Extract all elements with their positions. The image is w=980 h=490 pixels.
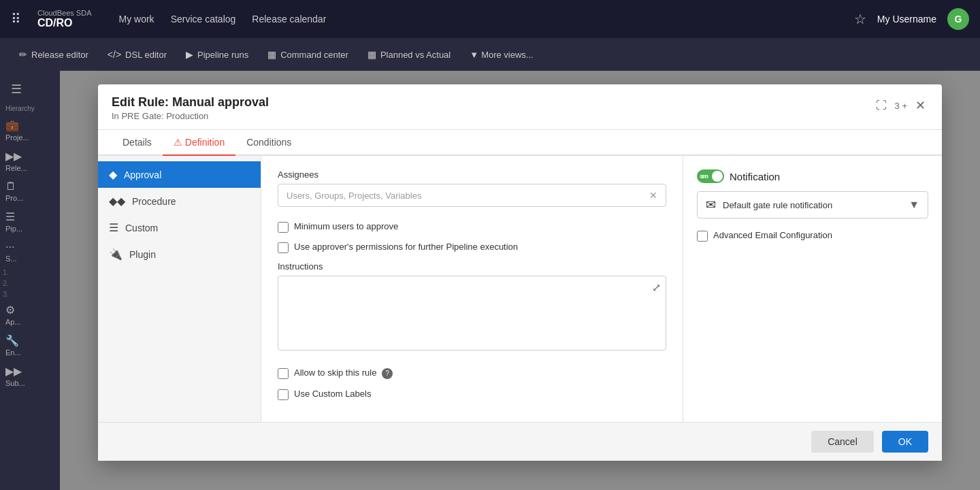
secondary-navigation: ✏ Release editor </> DSL editor ▶ Pipeli… — [0, 38, 980, 71]
step-1[interactable]: 1. — [0, 267, 60, 278]
sidebar-toggle[interactable]: ☰ — [0, 76, 60, 102]
form-area: Assignees ✕ Minimum users to approve — [261, 156, 683, 422]
ok-button[interactable]: OK — [882, 431, 928, 453]
nav-links: My work Service catalog Release calendar — [119, 14, 327, 24]
modal-sidebar: ◆ Approval ◆◆ Procedure ☰ Custom 🔌 — [98, 156, 261, 422]
notification-dropdown[interactable]: ✉ Default gate rule notification ▼ — [697, 191, 928, 218]
planned-actual-icon: ▦ — [368, 49, 376, 60]
email-icon: ✉ — [706, 197, 716, 212]
tab-conditions[interactable]: Conditions — [235, 130, 302, 156]
avatar[interactable]: G — [947, 8, 969, 30]
custom-labels-checkbox[interactable] — [278, 389, 289, 400]
dropdown-arrow-icon[interactable]: ▼ — [909, 199, 919, 211]
assignees-clear-icon[interactable]: ✕ — [649, 190, 657, 201]
instructions-label: Instructions — [278, 261, 666, 272]
modal-title: Edit Rule: Manual approval — [112, 95, 269, 110]
procedure-icon: ◆◆ — [109, 195, 125, 208]
tab-definition[interactable]: ⚠Definition — [163, 130, 235, 156]
right-panel: on Notification ✉ Default gate rule noti… — [683, 156, 942, 422]
assignees-input[interactable] — [287, 191, 649, 201]
project-icon: 💼 — [5, 119, 54, 132]
sidebar-item-project[interactable]: 💼 Proje... — [0, 115, 60, 146]
content-area: Edit Rule: Manual approval In PRE Gate: … — [60, 71, 980, 490]
advanced-email-group: Advanced Email Configuration — [697, 229, 928, 242]
assignees-group: Assignees ✕ — [278, 169, 666, 207]
modal-main-content: Assignees ✕ Minimum users to approve — [261, 156, 942, 422]
nav-command-center[interactable]: ▦ Command center — [259, 45, 357, 64]
nav-my-work[interactable]: My work — [119, 14, 154, 24]
sidebar-item-pipeline[interactable]: ☰ Pip... — [0, 206, 60, 237]
use-approver-group: Use approver's permissions for further P… — [278, 241, 666, 253]
modal-body: ◆ Approval ◆◆ Procedure ☰ Custom 🔌 — [98, 156, 942, 422]
tab-details[interactable]: Details — [112, 130, 163, 156]
advanced-email-checkbox[interactable] — [697, 231, 708, 242]
modal-expand-button[interactable]: ⛶ — [873, 97, 889, 114]
assignees-label: Assignees — [278, 169, 666, 180]
pipeline-runs-icon: ▶ — [186, 49, 193, 60]
notification-toggle[interactable] — [697, 169, 724, 183]
sidebar-item-stage[interactable]: ··· S... — [0, 237, 60, 267]
nav-release-calendar[interactable]: Release calendar — [252, 14, 326, 24]
toggle-knob — [712, 171, 723, 182]
approval-icon: ◆ — [109, 168, 117, 181]
modal-overlay: Edit Rule: Manual approval In PRE Gate: … — [60, 71, 980, 490]
sidebar-item-release[interactable]: ▶▶ Rele... — [0, 146, 60, 176]
assignees-input-wrapper[interactable]: ✕ — [278, 184, 666, 207]
min-users-label: Minimum users to approve — [294, 220, 398, 233]
badge-count: 3 + — [895, 101, 907, 111]
skip-rule-checkbox[interactable] — [278, 368, 289, 379]
sidebar-approval[interactable]: ◆ Approval — [98, 161, 261, 188]
step-2[interactable]: 2. — [0, 278, 60, 289]
modal-close-button[interactable]: ✕ — [913, 95, 928, 116]
top-navigation: ⠿ CloudBees SDA CD/RO My work Service ca… — [0, 0, 980, 38]
brand: CloudBees SDA CD/RO — [37, 9, 92, 29]
hierarchy-label: Hierarchy — [0, 102, 60, 115]
star-icon[interactable]: ☆ — [854, 11, 866, 27]
instructions-wrapper: ⤢ — [278, 276, 666, 353]
step-3[interactable]: 3. — [0, 289, 60, 299]
stage-icon: ··· — [5, 241, 54, 253]
sidebar-item-sub[interactable]: ▶▶ Sub... — [0, 361, 60, 391]
main-layout: ☰ Hierarchy 💼 Proje... ▶▶ Rele... 🗒 Pro.… — [0, 71, 980, 490]
sidebar-item-env[interactable]: 🔧 En... — [0, 330, 60, 361]
custom-icon: ☰ — [109, 221, 118, 234]
use-approver-label: Use approver's permissions for further P… — [294, 241, 518, 253]
custom-labels-label: Use Custom Labels — [294, 388, 371, 400]
top-right-area: ☆ My Username G — [854, 8, 969, 30]
sidebar-item-process[interactable]: 🗒 Pro... — [0, 176, 60, 206]
modal-footer: Cancel OK — [98, 422, 942, 461]
sidebar-plugin[interactable]: 🔌 Plugin — [98, 241, 261, 267]
modal-subtitle: In PRE Gate: Production — [112, 111, 269, 121]
notification-title: Notification — [730, 171, 780, 182]
dsl-editor-icon: </> — [108, 49, 121, 60]
brand-sda: CloudBees SDA — [37, 9, 92, 17]
nav-planned-actual[interactable]: ▦ Planned vs Actual — [359, 45, 459, 64]
skip-rule-group: Allow to skip this rule ? — [278, 367, 666, 379]
min-users-checkbox[interactable] — [278, 222, 289, 233]
release-icon: ▶▶ — [5, 150, 54, 163]
process-icon: 🗒 — [5, 180, 54, 193]
command-center-icon: ▦ — [267, 49, 276, 60]
plugin-icon: 🔌 — [109, 248, 122, 261]
nav-more-views[interactable]: ▼ More views... — [461, 46, 541, 64]
sidebar-procedure[interactable]: ◆◆ Procedure — [98, 188, 261, 214]
skip-rule-help-icon[interactable]: ? — [382, 368, 393, 379]
textarea-expand-icon[interactable]: ⤢ — [652, 281, 661, 294]
notification-dropdown-text: Default gate rule notification — [723, 200, 902, 210]
min-users-group: Minimum users to approve — [278, 220, 666, 233]
nav-release-editor[interactable]: ✏ Release editor — [11, 45, 97, 64]
nav-service-catalog[interactable]: Service catalog — [171, 14, 236, 24]
modal-edit-rule: Edit Rule: Manual approval In PRE Gate: … — [98, 84, 942, 461]
nav-dsl-editor[interactable]: </> DSL editor — [99, 45, 175, 64]
use-approver-checkbox[interactable] — [278, 242, 289, 253]
chevron-down-icon: ▼ — [470, 50, 478, 60]
grid-icon[interactable]: ⠿ — [11, 11, 21, 27]
instructions-textarea[interactable] — [278, 276, 666, 350]
modal-header: Edit Rule: Manual approval In PRE Gate: … — [98, 84, 942, 130]
modal-header-text: Edit Rule: Manual approval In PRE Gate: … — [112, 95, 269, 121]
brand-cdro: CD/RO — [37, 17, 92, 29]
sidebar-custom[interactable]: ☰ Custom — [98, 214, 261, 241]
sidebar-item-apps[interactable]: ⚙ Ap... — [0, 299, 60, 330]
cancel-button[interactable]: Cancel — [811, 431, 874, 453]
nav-pipeline-runs[interactable]: ▶ Pipeline runs — [178, 45, 257, 64]
